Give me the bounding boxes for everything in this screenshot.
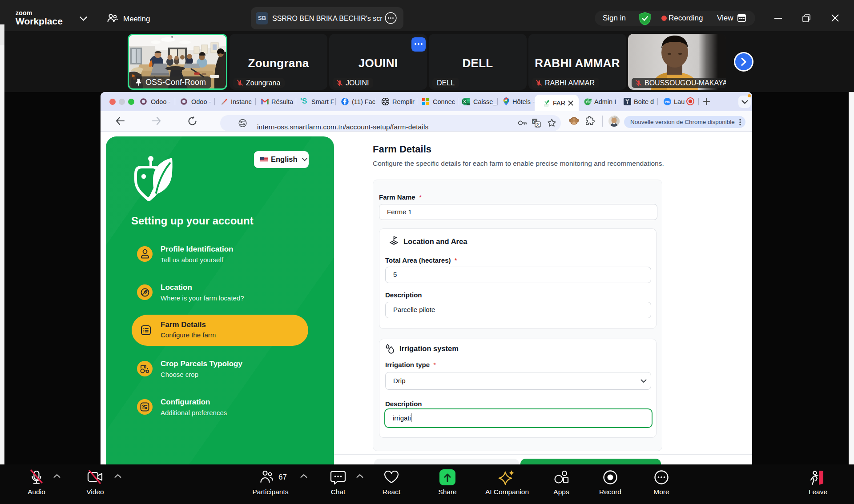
svg-text:zm: zm xyxy=(665,100,670,104)
svg-text:文: 文 xyxy=(536,123,540,127)
